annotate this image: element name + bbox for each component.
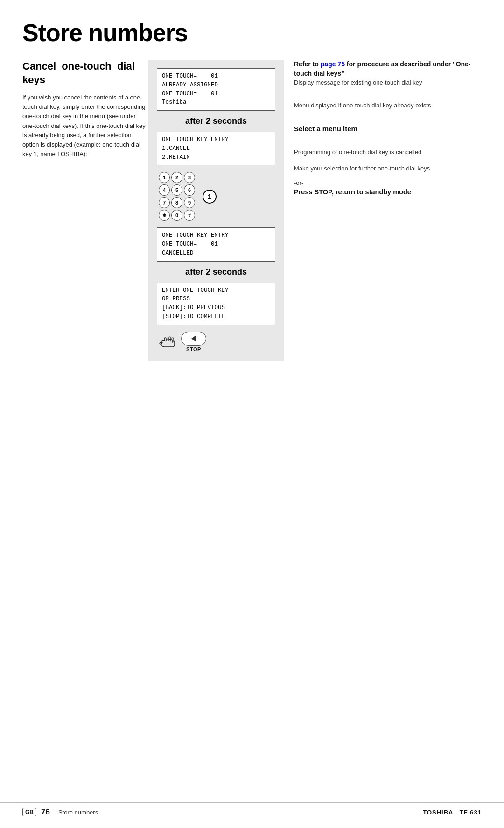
key-4: 4 <box>159 184 170 196</box>
page-title: Store numbers <box>22 19 482 47</box>
right-item1-prefix: Refer to <box>294 60 321 68</box>
lcd1-line1: ONE TOUCH= 01 <box>162 72 270 81</box>
key-1: 1 <box>159 172 170 183</box>
right-item-1-sub: Display message for existing one-touch d… <box>294 79 482 86</box>
key-3: 3 <box>184 172 195 183</box>
lcd2-line2: 1.CANCEL <box>162 144 270 153</box>
right-column: Refer to page 75 for procedure as descri… <box>284 60 482 361</box>
lcd2-line1: ONE TOUCH KEY ENTRY <box>162 135 270 144</box>
key-star: ✱ <box>159 210 170 221</box>
page-content: Store numbers Cancel one-touch dialkeys … <box>0 0 504 389</box>
lcd4-line3: [BACK]:TO PREVIOUS <box>162 304 270 312</box>
lcd1-line3: ONE TOUCH= 01 <box>162 90 270 99</box>
footer-left: GB 76 Store numbers <box>22 807 98 817</box>
lcd1-line2: ALREADY ASSIGNED <box>162 81 270 90</box>
lcd4-line1: ENTER ONE TOUCH KEY <box>162 286 270 295</box>
right-item-1: Refer to page 75 for procedure as descri… <box>294 60 482 78</box>
lcd4-line2: OR PRESS <box>162 295 270 304</box>
lcd4-line4: [STOP]:TO COMPLETE <box>162 312 270 321</box>
right-item-6: Press STOP, return to standby mode <box>294 188 482 196</box>
main-layout: Cancel one-touch dialkeys If you wish yo… <box>22 60 482 361</box>
lcd-display-3: ONE TOUCH KEY ENTRY ONE TOUCH= 01 CANCEL… <box>157 227 275 261</box>
key-highlight-1: 1 <box>203 190 217 204</box>
center-column: ONE TOUCH= 01 ALREADY ASSIGNED ONE TOUCH… <box>148 60 284 361</box>
right-item-4: Programming of one-touch dial key is can… <box>294 149 482 156</box>
after-seconds-label-2: after 2 seconds <box>185 267 247 277</box>
right-item-or: -or- <box>294 179 482 186</box>
lcd1-line4: Toshiba <box>162 98 270 107</box>
after-seconds-label-1: after 2 seconds <box>185 116 247 126</box>
stop-area: Stop <box>157 332 206 352</box>
right-item-2: Menu displayed if one-touch dial key alr… <box>294 102 482 109</box>
footer-right: TOSHIBA TF 631 <box>423 809 482 816</box>
footer-section-label: Store numbers <box>58 809 98 816</box>
right-item-7: Make your selection for further one-touc… <box>294 165 482 172</box>
lcd-display-2: ONE TOUCH KEY ENTRY 1.CANCEL 2.RETAIN <box>157 132 275 165</box>
key-9: 9 <box>184 197 195 208</box>
left-column: Cancel one-touch dialkeys If you wish yo… <box>22 60 148 361</box>
lcd2-line3: 2.RETAIN <box>162 153 270 162</box>
footer-gb-badge: GB <box>22 808 36 816</box>
lcd-display-1: ONE TOUCH= 01 ALREADY ASSIGNED ONE TOUCH… <box>157 68 275 111</box>
key-7: 7 <box>159 197 170 208</box>
keypad-area: 1 2 3 4 5 6 7 8 9 ✱ 0 # 1 <box>157 172 217 221</box>
key-2: 2 <box>171 172 182 183</box>
right-item1-link[interactable]: page 75 <box>321 60 345 68</box>
key-hash: # <box>184 210 195 221</box>
footer-model: TF 631 <box>460 809 482 816</box>
lcd3-line3: CANCELLED <box>162 249 270 258</box>
stop-button[interactable] <box>181 332 206 346</box>
footer-brand: TOSHIBA <box>423 809 453 816</box>
stop-label: Stop <box>181 347 206 352</box>
body-text: If you wish you cancel the contents of a… <box>22 93 148 159</box>
right-item-3: Select a menu item <box>294 125 482 133</box>
title-divider <box>22 50 482 50</box>
section-title: Cancel one-touch dialkeys <box>22 60 148 86</box>
key-6: 6 <box>184 184 195 196</box>
key-5: 5 <box>171 184 182 196</box>
lcd-display-4: ENTER ONE TOUCH KEY OR PRESS [BACK]:TO P… <box>157 283 275 325</box>
lcd3-line2: ONE TOUCH= 01 <box>162 240 270 249</box>
keypad-grid: 1 2 3 4 5 6 7 8 9 ✱ 0 # <box>159 172 195 221</box>
footer-page-number: 76 <box>41 807 50 817</box>
footer: GB 76 Store numbers TOSHIBA TF 631 <box>0 802 504 817</box>
hand-icon <box>159 335 176 348</box>
key-0: 0 <box>171 210 182 221</box>
lcd3-line1: ONE TOUCH KEY ENTRY <box>162 231 270 240</box>
key-8: 8 <box>171 197 182 208</box>
